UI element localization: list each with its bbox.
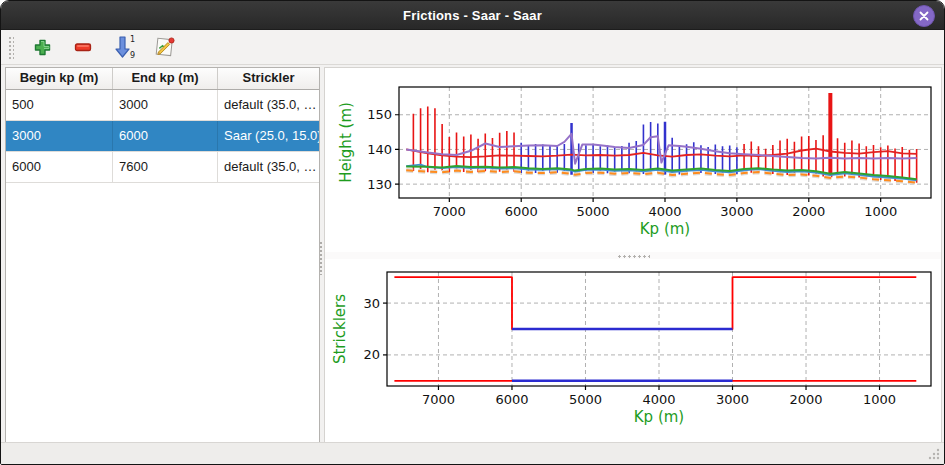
- svg-text:Height (m): Height (m): [337, 102, 355, 183]
- svg-text:Kp (m): Kp (m): [634, 408, 684, 426]
- window-title: Frictions - Saar - Saar: [403, 8, 542, 23]
- cell-strickler[interactable]: default (35.0, …: [218, 152, 319, 182]
- toolbar: 1 9: [1, 30, 944, 65]
- svg-text:150: 150: [367, 107, 392, 122]
- cell-end-kp[interactable]: 3000: [113, 90, 218, 120]
- edit-friction-button[interactable]: [152, 34, 178, 60]
- sort-rows-button[interactable]: 1 9: [111, 34, 137, 60]
- sort-ascending-icon: 1 9: [113, 35, 135, 59]
- close-icon: [919, 11, 929, 21]
- svg-text:Kp (m): Kp (m): [640, 220, 690, 238]
- svg-text:2000: 2000: [792, 204, 825, 219]
- cell-strickler[interactable]: Saar (25.0, 15.0): [218, 121, 319, 151]
- cell-strickler[interactable]: default (35.0, …: [218, 90, 319, 120]
- column-header-begin-kp[interactable]: Begin kp (m): [6, 68, 113, 89]
- close-button[interactable]: [913, 5, 935, 27]
- friction-zones-table[interactable]: Begin kp (m) End kp (m) Strickler 500 30…: [5, 67, 320, 443]
- column-header-end-kp[interactable]: End kp (m): [113, 68, 218, 89]
- horizontal-splitter[interactable]: [325, 252, 941, 259]
- toolbar-drag-handle[interactable]: [7, 35, 14, 59]
- svg-text:4000: 4000: [648, 204, 681, 219]
- svg-text:2000: 2000: [789, 392, 822, 407]
- svg-text:6000: 6000: [495, 392, 528, 407]
- column-header-strickler[interactable]: Strickler: [218, 68, 319, 89]
- titlebar[interactable]: Frictions - Saar - Saar: [1, 1, 944, 30]
- stricklers-chart: 70006000500040003000200010002030Kp (m)St…: [325, 259, 941, 443]
- cell-end-kp[interactable]: 7600: [113, 152, 218, 182]
- table-header: Begin kp (m) End kp (m) Strickler: [6, 68, 319, 90]
- svg-text:3000: 3000: [716, 392, 749, 407]
- add-row-button[interactable]: [29, 34, 55, 60]
- table-row[interactable]: 500 3000 default (35.0, …: [6, 90, 319, 121]
- svg-text:1000: 1000: [863, 392, 896, 407]
- status-bar: [1, 442, 944, 464]
- svg-text:5000: 5000: [569, 392, 602, 407]
- table-row-selected[interactable]: 3000 6000 Saar (25.0, 15.0): [6, 121, 319, 152]
- svg-text:Stricklers: Stricklers: [331, 294, 349, 364]
- frictions-window: Frictions - Saar - Saar 1 9: [0, 0, 945, 465]
- svg-text:20: 20: [363, 347, 380, 362]
- cell-end-kp[interactable]: 6000: [113, 121, 218, 151]
- svg-text:30: 30: [363, 296, 380, 311]
- table-row[interactable]: 6000 7600 default (35.0, …: [6, 152, 319, 183]
- svg-text:1: 1: [130, 35, 135, 44]
- svg-text:9: 9: [130, 51, 135, 59]
- svg-text:4000: 4000: [642, 392, 675, 407]
- cell-begin-kp[interactable]: 6000: [6, 152, 113, 182]
- remove-icon: [74, 38, 92, 56]
- splitter-drag-handle-icon: [616, 253, 650, 258]
- resize-grip-icon[interactable]: [927, 447, 941, 461]
- charts-panel: 7000600050004000300020001000130140150Kp …: [324, 67, 942, 443]
- svg-text:130: 130: [367, 177, 392, 192]
- svg-text:5000: 5000: [577, 204, 610, 219]
- svg-text:7000: 7000: [433, 204, 466, 219]
- height-chart: 7000600050004000300020001000130140150Kp …: [325, 68, 941, 252]
- svg-text:7000: 7000: [422, 392, 455, 407]
- svg-text:140: 140: [367, 142, 392, 157]
- edit-icon: [154, 36, 176, 58]
- svg-text:1000: 1000: [864, 204, 897, 219]
- cell-begin-kp[interactable]: 3000: [6, 121, 113, 151]
- cell-begin-kp[interactable]: 500: [6, 90, 113, 120]
- remove-row-button[interactable]: [70, 34, 96, 60]
- svg-text:6000: 6000: [505, 204, 538, 219]
- svg-text:3000: 3000: [720, 204, 753, 219]
- add-icon: [34, 39, 51, 56]
